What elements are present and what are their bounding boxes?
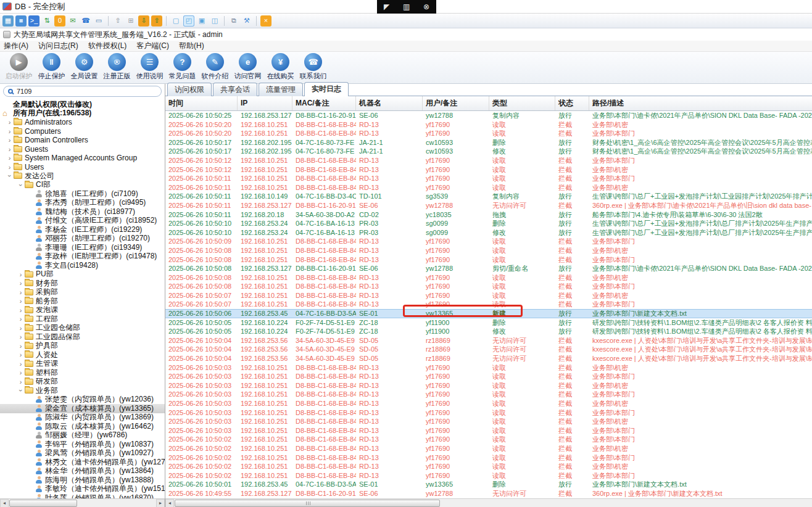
display-icon[interactable]: ▥: [403, 2, 410, 11]
tree-expander-icon[interactable]: ›: [17, 343, 24, 349]
log-row[interactable]: 2025-06-26 10:50:02192.168.10.251D8-BB-C…: [165, 453, 812, 463]
tree-item[interactable]: ›Guests: [0, 145, 165, 154]
log-row[interactable]: 2025-06-26 10:50:02192.168.10.251D8-BB-C…: [165, 471, 812, 480]
tree-item[interactable]: ›发泡课: [0, 306, 165, 315]
tree-item[interactable]: ›Computers: [0, 127, 165, 136]
tab-访问权限[interactable]: 访问权限: [167, 83, 212, 96]
tree-expander-icon[interactable]: ›: [17, 271, 24, 278]
log-row[interactable]: 2025-06-26 10:50:02192.168.10.251D8-BB-C…: [165, 435, 812, 444]
tree-expander-icon[interactable]: ›: [17, 361, 24, 367]
tree-item[interactable]: ›人资处: [0, 350, 165, 360]
terminal-icon[interactable]: >_: [28, 15, 39, 27]
log-row[interactable]: 2025-06-26 10:50:05192.168.10.224F0-2F-7…: [165, 327, 812, 336]
copy-icon[interactable]: ⧉: [228, 15, 239, 27]
log-row[interactable]: 2025-06-26 10:50:05192.168.10.224F0-2F-7…: [165, 318, 812, 328]
view-full-icon[interactable]: ▣: [196, 15, 207, 27]
log-row[interactable]: 2025-06-26 10:50:03192.168.10.251D8-BB-C…: [165, 363, 812, 373]
column-header-用户/备注[interactable]: 用户/备注: [423, 96, 489, 110]
tree-item[interactable]: ›工业园仓储部: [0, 324, 165, 333]
log-row[interactable]: 2025-06-26 10:50:08192.168.10.251D8-BB-C…: [165, 246, 812, 255]
tree-item[interactable]: ›Administrators: [0, 118, 165, 127]
message-icon[interactable]: ▭: [93, 15, 104, 27]
tree-item[interactable]: ›研发部: [0, 377, 165, 387]
download-box-icon[interactable]: ⇩: [138, 15, 149, 27]
log-row[interactable]: 2025-06-26 10:50:03192.168.10.251D8-BB-C…: [165, 426, 812, 435]
log-row[interactable]: 2025-06-26 10:50:02192.168.10.251D8-BB-C…: [165, 462, 812, 471]
view-scale-icon[interactable]: ◫: [209, 15, 220, 27]
tree-item[interactable]: ›PU部: [0, 270, 165, 279]
log-row[interactable]: 2025-06-26 10:50:09192.168.10.251D8-BB-C…: [165, 237, 812, 246]
log-row[interactable]: 2025-06-26 10:50:08192.168.10.251D8-BB-C…: [165, 282, 812, 291]
action-button-联系我们[interactable]: ☎联系我们: [297, 52, 329, 83]
log-row[interactable]: 2025-06-26 10:50:03192.168.10.251D8-BB-C…: [165, 399, 812, 408]
column-header-类型[interactable]: 类型: [489, 96, 555, 110]
tab-实时日志[interactable]: 实时日志: [304, 82, 349, 96]
column-header-时间[interactable]: 时间: [165, 96, 238, 110]
column-header-IP[interactable]: IP: [238, 96, 292, 110]
view-fit-icon[interactable]: ◰: [183, 15, 194, 27]
log-row[interactable]: 2025-06-26 10:50:03192.168.10.251D8-BB-C…: [165, 372, 812, 381]
log-row[interactable]: 2025-06-26 10:50:11192.168.20.1834-5A-60…: [165, 210, 812, 220]
log-row[interactable]: 2025-06-26 10:50:12192.168.10.251D8-BB-C…: [165, 156, 812, 165]
tree-expander-icon[interactable]: ›: [7, 173, 13, 179]
log-row[interactable]: 2025-06-26 10:50:11192.168.10.251D8-BB-C…: [165, 174, 812, 183]
log-row[interactable]: 2025-06-26 10:50:04192.168.253.5634-5A-6…: [165, 336, 812, 345]
log-row[interactable]: 2025-06-26 10:50:08192.168.10.251D8-BB-C…: [165, 255, 812, 265]
log-row[interactable]: 2025-06-26 10:49:55192.168.253.127D8-BB-…: [165, 489, 812, 498]
pointer-icon[interactable]: ◤: [384, 2, 389, 11]
tree-item[interactable]: 叶冬莲（外销跟单员）(yw16870): [0, 493, 165, 498]
menu-item-3[interactable]: 客户端(C): [136, 41, 169, 51]
voice-call-icon[interactable]: ☎: [80, 15, 91, 27]
tree-item[interactable]: ›工程部: [0, 315, 165, 324]
table-horizontal-scrollbar[interactable]: ◂ ▸: [165, 498, 812, 507]
log-row[interactable]: 2025-06-26 10:50:04192.168.253.5634-5A-6…: [165, 345, 812, 354]
tree-expander-icon[interactable]: ›: [17, 325, 24, 331]
tree-expander-icon[interactable]: ›: [17, 316, 24, 322]
log-row[interactable]: 2025-06-26 10:50:08192.168.253.127D8-BB-…: [165, 264, 812, 273]
action-button-常见问题[interactable]: ?常见问题: [166, 52, 199, 83]
scroll-right-icon[interactable]: ▸: [156, 499, 165, 507]
tree-expander-icon[interactable]: ›: [17, 307, 24, 313]
tree-expander-icon[interactable]: ›: [6, 119, 13, 125]
action-button-访问官网[interactable]: e访问官网: [231, 52, 264, 83]
log-row[interactable]: 2025-06-26 10:50:17192.168.202.19504-7C-…: [165, 147, 812, 156]
tree-item[interactable]: ›发达公司: [0, 171, 165, 181]
search-box[interactable]: [3, 86, 162, 97]
tree-item[interactable]: ›生管课: [0, 360, 165, 369]
tree-expander-icon[interactable]: ›: [6, 155, 13, 161]
tree-expander-icon[interactable]: ›: [17, 334, 24, 340]
tree-item[interactable]: ›塑料部: [0, 368, 165, 377]
log-row[interactable]: 2025-06-26 10:50:04192.168.253.5634-5A-6…: [165, 354, 812, 363]
view-window-icon[interactable]: ▢: [170, 15, 181, 27]
tree-expander-icon[interactable]: ›: [6, 128, 13, 134]
tree-expander-icon[interactable]: ›: [17, 298, 24, 304]
tab-共享会话[interactable]: 共享会话: [213, 83, 257, 96]
action-button-软件介绍[interactable]: ✎软件介绍: [199, 52, 231, 83]
log-row[interactable]: 2025-06-26 10:50:07192.168.10.251D8-BB-C…: [165, 291, 812, 300]
log-row[interactable]: 2025-06-26 10:50:11192.168.10.251D8-BB-C…: [165, 183, 812, 192]
tree-expander-icon[interactable]: ›: [18, 387, 24, 394]
tree-expander-icon[interactable]: ›: [17, 352, 24, 358]
log-row[interactable]: 2025-06-26 10:50:06192.168.253.4504-7C-1…: [165, 309, 812, 318]
action-button-全局设置[interactable]: ⚙全局设置: [68, 52, 101, 83]
column-header-MAC/备注[interactable]: MAC/备注: [292, 96, 356, 110]
zero-badge-icon[interactable]: 0: [54, 15, 65, 27]
log-row[interactable]: 2025-06-26 10:50:25192.168.253.127D8-BB-…: [165, 111, 812, 120]
table-scroll-thumb[interactable]: [175, 500, 440, 507]
tree-expander-icon[interactable]: ›: [6, 137, 13, 143]
file-transfer-arrows-icon[interactable]: ⇅: [41, 15, 52, 27]
log-row[interactable]: 2025-06-26 10:50:03192.168.10.251D8-BB-C…: [165, 390, 812, 399]
menu-item-2[interactable]: 软件授权(L): [88, 41, 127, 51]
close-overlay-icon[interactable]: ⊗: [423, 2, 429, 11]
tree-expander-icon[interactable]: ›: [17, 379, 24, 385]
log-row[interactable]: 2025-06-26 10:50:03192.168.10.251D8-BB-C…: [165, 381, 812, 390]
menu-item-4[interactable]: 帮助(H): [179, 41, 204, 51]
tab-流量管理[interactable]: 流量管理: [259, 83, 303, 96]
upload-box-icon[interactable]: ⇧: [151, 15, 162, 27]
log-row[interactable]: 2025-06-26 10:50:07192.168.10.251D8-BB-C…: [165, 300, 812, 309]
scroll-left-icon[interactable]: ◂: [0, 499, 9, 507]
tree-item[interactable]: ›采购部: [0, 288, 165, 297]
column-header-机器名[interactable]: 机器名: [356, 96, 423, 110]
column-header-状态[interactable]: 状态: [555, 96, 589, 110]
action-button-使用说明[interactable]: ☰使用说明: [133, 52, 166, 83]
